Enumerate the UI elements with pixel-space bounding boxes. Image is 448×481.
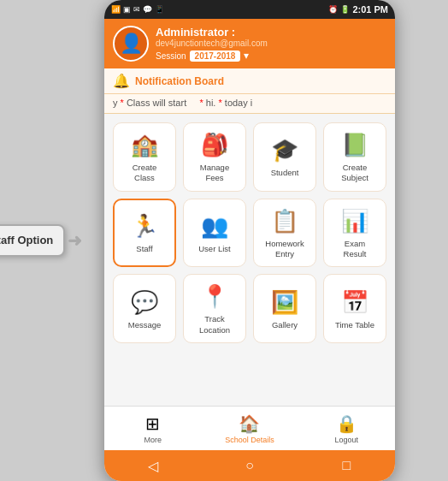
notification-bar: 🔔 Notification Board — [104, 68, 395, 94]
header-info: Administrator : dev4junctiontech@gmail.c… — [156, 26, 386, 62]
nav-school-details[interactable]: 🏠 School Details — [201, 407, 298, 450]
school-details-label: School Details — [225, 436, 274, 444]
create-class-label: CreateClass — [133, 163, 157, 184]
bottom-nav: ⊞ More 🏠 School Details 🔒 Logout — [104, 406, 395, 450]
chevron-down-icon[interactable]: ▾ — [244, 50, 249, 62]
manage-fees-icon: 🎒 — [201, 132, 228, 158]
time-table-icon: 📅 — [341, 289, 368, 316]
hangouts-icon: 💬 — [143, 5, 152, 14]
grid-item-gallery[interactable]: 🖼️ Gallery — [253, 274, 316, 343]
notification-title: Notification Board — [135, 75, 224, 87]
tooltip: Select Staff Option — [0, 224, 65, 257]
notification-icon: 🔔 — [113, 73, 130, 89]
grid-item-student[interactable]: 🎓 Student — [253, 122, 316, 192]
grid-item-create-class[interactable]: 🏫 CreateClass — [113, 122, 176, 192]
mail-icon: ✉ — [133, 5, 140, 14]
manage-fees-label: ManageFees — [200, 163, 229, 184]
carrier-icon: 📶 — [111, 5, 121, 14]
staff-icon: 🏃 — [131, 213, 158, 240]
grid: 🏫 CreateClass 🎒 ManageFees 🎓 Student 📗 C… — [113, 122, 386, 343]
tooltip-text: Select Staff Option — [0, 234, 53, 246]
recents-button[interactable]: □ — [333, 458, 359, 473]
grid-item-staff[interactable]: 🏃 Staff — [113, 199, 176, 268]
homework-entry-icon: 📋 — [271, 208, 298, 235]
exam-result-icon: 📊 — [341, 208, 368, 235]
notification-scroll: y * Class will start * hi. * today i — [104, 94, 395, 114]
wifi-icon: ▣ — [123, 5, 131, 14]
exam-result-label: ExamResult — [344, 239, 367, 260]
notif-scroll-text: y * Class will start * hi. * today i — [113, 98, 252, 108]
student-label: Student — [271, 168, 299, 178]
avatar-icon: 👤 — [120, 33, 143, 55]
session-row: Session 2017-2018 ▾ — [156, 50, 386, 62]
grid-item-manage-fees[interactable]: 🎒 ManageFees — [183, 122, 246, 192]
admin-email: dev4junctiontech@gmail.com — [156, 39, 386, 48]
create-subject-icon: 📗 — [341, 132, 368, 158]
school-details-icon: 🏠 — [239, 413, 260, 434]
user-list-label: User List — [198, 244, 230, 254]
nav-logout[interactable]: 🔒 Logout — [298, 407, 395, 450]
more-icon: ⊞ — [145, 413, 160, 434]
header: 👤 Administrator : dev4junctiontech@gmail… — [104, 19, 395, 68]
gallery-icon: 🖼️ — [271, 289, 298, 316]
status-bar: 📶 ▣ ✉ 💬 📱 ⏰ 🔋 2:01 PM — [104, 0, 395, 19]
whatsapp-icon: 📱 — [155, 5, 164, 14]
session-value: 2017-2018 — [190, 50, 241, 62]
nav-more[interactable]: ⊞ More — [104, 407, 201, 450]
message-label: Message — [128, 320, 162, 330]
create-class-icon: 🏫 — [131, 132, 158, 158]
student-icon: 🎓 — [271, 137, 298, 163]
status-time: 2:01 PM — [352, 4, 388, 15]
homework-entry-label: HomeworkEntry — [265, 239, 304, 260]
time-table-label: Time Table — [335, 320, 374, 330]
staff-label: Staff — [136, 244, 152, 254]
logout-label: Logout — [335, 436, 359, 444]
admin-label: Administrator : — [156, 26, 386, 39]
grid-item-create-subject[interactable]: 📗 CreateSubject — [323, 122, 386, 192]
grid-item-exam-result[interactable]: 📊 ExamResult — [323, 199, 386, 268]
grid-item-time-table[interactable]: 📅 Time Table — [323, 274, 386, 343]
grid-item-homework-entry[interactable]: 📋 HomeworkEntry — [253, 199, 316, 268]
grid-item-track-location[interactable]: 📍 TrackLocation — [183, 274, 246, 343]
create-subject-label: CreateSubject — [341, 163, 368, 184]
grid-item-user-list[interactable]: 👥 User List — [183, 199, 246, 268]
session-label: Session — [156, 51, 186, 61]
main-content: 🏫 CreateClass 🎒 ManageFees 🎓 Student 📗 C… — [104, 114, 395, 406]
logout-icon: 🔒 — [336, 413, 357, 434]
home-button[interactable]: ○ — [237, 458, 262, 473]
battery-icon: 🔋 — [340, 5, 350, 14]
track-location-label: TrackLocation — [199, 314, 230, 336]
android-nav: ◁ ○ □ — [104, 450, 395, 481]
back-button[interactable]: ◁ — [140, 458, 166, 474]
gallery-label: Gallery — [272, 320, 298, 330]
message-icon: 💬 — [131, 289, 158, 316]
user-list-icon: 👥 — [201, 213, 228, 240]
grid-item-message[interactable]: 💬 Message — [113, 274, 176, 343]
alarm-icon: ⏰ — [328, 5, 338, 14]
more-label: More — [144, 436, 162, 444]
track-location-icon: 📍 — [201, 283, 228, 310]
avatar: 👤 — [113, 26, 149, 62]
